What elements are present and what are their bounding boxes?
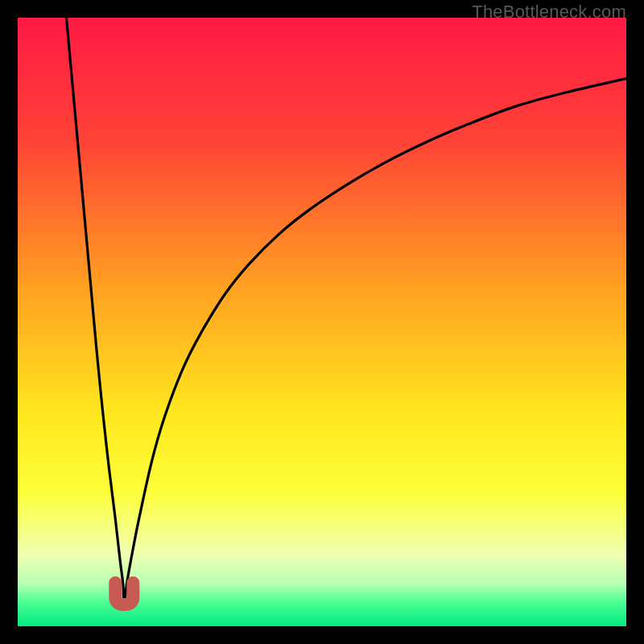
gradient-background [18, 18, 626, 626]
chart-frame: TheBottleneck.com [0, 0, 644, 644]
watermark-text: TheBottleneck.com [472, 2, 626, 23]
bottleneck-chart [18, 18, 626, 626]
plot-area [18, 18, 626, 626]
